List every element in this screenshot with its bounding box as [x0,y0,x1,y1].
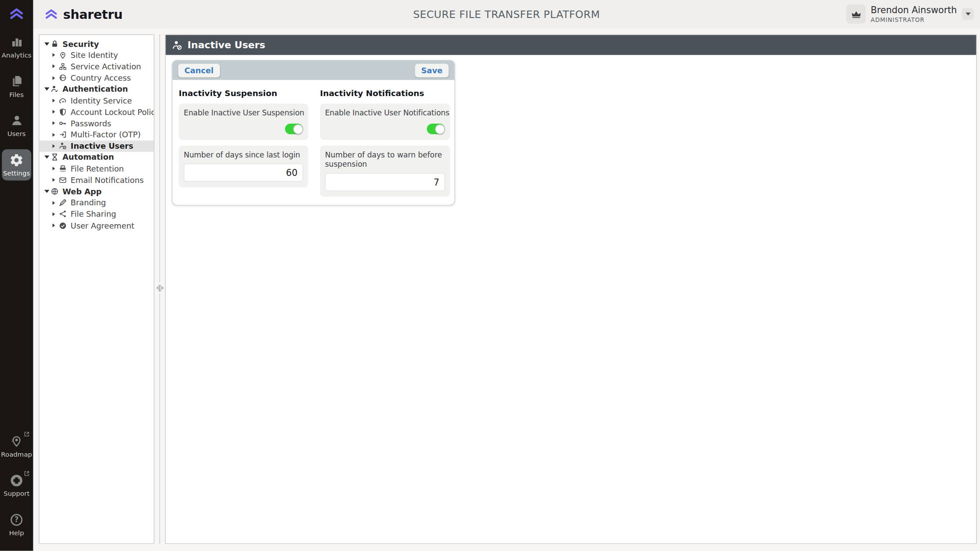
cloud-sync-icon [59,96,68,105]
caret-right-icon[interactable] [53,53,59,57]
person-slash-icon [172,39,182,50]
caret-right-icon[interactable] [53,144,59,148]
tree-item-email-notifications[interactable]: Email Notifications [40,175,154,186]
caret-down-icon[interactable] [44,190,50,193]
toggle-label: Enable Inactive User Notifications [325,109,445,118]
caret-right-icon[interactable] [53,76,59,80]
user-dropdown-button[interactable] [962,8,974,20]
tree-item-passwords[interactable]: Passwords [40,118,154,129]
number-field-label: Number of days since last login [184,150,303,160]
tree-item-identity-service[interactable]: Identity Service [40,95,154,106]
rail-item-label: Settings [3,169,30,177]
shield-icon [59,107,68,116]
number-field-label: Number of days to warn before suspension [325,150,445,169]
page-header: Inactive Users [166,35,976,55]
caret-down-icon[interactable] [44,42,50,45]
tree-item-site-identity[interactable]: Site Identity [40,50,154,61]
life-ring-icon [10,473,23,488]
tree-item-security[interactable]: Security [40,38,154,50]
tree-item-label: Country Access [71,73,131,82]
days-since-login-input[interactable] [184,164,303,182]
rail-item-files[interactable]: Files [2,71,31,102]
user-menu[interactable]: Brendon Ainsworth ADMINISTRATOR [847,4,974,24]
inactive-users-form: Cancel Save Inactivity Suspension Enable… [172,60,455,206]
days-since-login-group: Number of days since last login [179,146,308,187]
enable-suspension-toggle[interactable] [285,124,303,134]
design-pen-icon [59,198,68,207]
external-link-icon [24,470,30,476]
caret-down-icon[interactable] [44,156,50,159]
cancel-button[interactable]: Cancel [178,63,220,77]
crown-icon[interactable] [847,4,866,24]
section-heading: Inactivity Notifications [320,89,450,98]
caret-right-icon[interactable] [53,167,59,171]
rail-item-label: Analytics [2,51,32,59]
sharetru-logo-icon[interactable] [8,6,25,22]
caret-right-icon[interactable] [53,122,59,125]
share-icon [59,210,68,218]
days-warn-input[interactable] [325,173,445,191]
rail-item-support[interactable]: Support [2,469,31,501]
tree-item-label: Passwords [71,118,111,128]
chevron-down-icon [966,12,970,15]
tree-item-authentication[interactable]: Authentication [40,83,154,95]
gear-icon [9,152,24,167]
tree-item-label: Authentication [62,85,128,94]
tree-item-file-retention[interactable]: File Retention [40,163,154,175]
rail-item-help[interactable]: ? Help [2,509,31,540]
section-heading: Inactivity Suspension [179,89,308,98]
save-button[interactable]: Save [415,63,449,77]
caret-right-icon[interactable] [53,201,59,205]
tree-item-inactive-users[interactable]: Inactive Users [40,140,154,152]
caret-right-icon[interactable] [53,212,59,216]
tree-item-web-app[interactable]: Web App [40,186,154,197]
splitter-drag-handle[interactable] [155,282,165,293]
caret-down-icon[interactable] [44,88,50,91]
shredder-icon [59,165,68,173]
caret-right-icon[interactable] [53,64,59,68]
rail-item-label: Help [9,529,24,537]
tree-item-multi-factor-otp[interactable]: Multi-Factor (OTP) [40,129,154,140]
sign-in-icon [59,130,68,139]
sitemap-icon [59,62,68,71]
key-icon [59,119,68,128]
caret-right-icon[interactable] [53,110,59,114]
enable-notifications-toggle[interactable] [427,124,445,134]
tree-item-label: Automation [62,153,114,162]
caret-right-icon[interactable] [53,178,59,182]
tree-item-branding[interactable]: Branding [40,197,154,208]
person-slash-icon [59,142,68,150]
rail-item-settings[interactable]: Settings [2,149,31,180]
user-icon [10,113,23,128]
tree-item-automation[interactable]: Automation [40,152,154,163]
form-toolbar: Cancel Save [173,61,454,80]
topbar: SECURE FILE TRANSFER PLATFORM sharetru B… [33,0,980,29]
settings-tree-panel: Security Site Identity Service Activatio… [39,34,154,544]
rail-item-users[interactable]: Users [2,110,31,141]
tree-item-service-activation[interactable]: Service Activation [40,61,154,72]
tree-item-file-sharing[interactable]: File Sharing [40,208,154,220]
tree-item-label: Site Identity [71,50,118,60]
rail-item-roadmap[interactable]: Roadmap [2,430,31,462]
rail-item-label: Support [4,490,29,497]
tree-item-country-access[interactable]: Country Access [40,72,154,83]
map-pin-icon [59,51,68,60]
caret-right-icon[interactable] [53,133,59,137]
platform-title: SECURE FILE TRANSFER PLATFORM [33,0,980,29]
page-title: Inactive Users [187,39,265,51]
brand-name: sharetru [63,7,122,22]
tree-item-label: User Agreement [71,221,134,230]
roadmap-pin-icon [10,433,23,448]
caret-right-icon[interactable] [53,224,59,228]
tree-item-label: Web App [62,187,101,196]
inactivity-notifications-column: Inactivity Notifications Enable Inactive… [320,84,450,197]
rail-item-label: Files [9,90,24,98]
rail-item-analytics[interactable]: Analytics [2,31,31,62]
globe-grid-icon [50,187,59,196]
caret-right-icon[interactable] [53,99,59,103]
brand[interactable]: sharetru [44,0,123,29]
tree-item-user-agreement[interactable]: User Agreement [40,220,154,231]
tree-item-label: File Retention [71,164,124,173]
tree-item-label: Inactive Users [71,141,133,150]
tree-item-account-lockout-policy[interactable]: Account Lockout Policy [40,106,154,118]
